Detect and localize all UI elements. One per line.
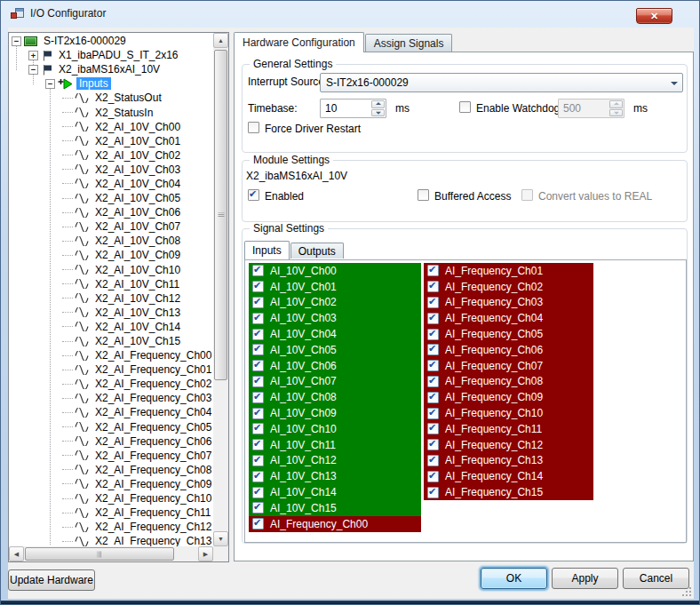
signal-row[interactable]: AI_10V_Ch11 (249, 437, 421, 453)
update-hardware-button[interactable]: Update Hardware (8, 569, 95, 591)
checkbox-checked-icon[interactable] (427, 329, 439, 340)
tree-item[interactable]: X2_AI_10V_Ch02 (9, 148, 213, 163)
checkbox-checked-icon[interactable] (252, 297, 264, 308)
checkbox-checked-icon[interactable] (427, 313, 439, 324)
tree-item[interactable]: X2_AI_10V_Ch13 (9, 306, 213, 320)
checkbox-checked-icon[interactable] (252, 313, 264, 324)
checkbox-checked-icon[interactable] (252, 344, 264, 355)
signal-row[interactable]: AI_10V_Ch14 (249, 484, 421, 500)
close-icon[interactable]: ✕ (636, 8, 672, 24)
signal-row[interactable]: AI_10V_Ch02 (249, 295, 421, 311)
checkbox-checked-icon[interactable] (252, 360, 264, 371)
tree-item[interactable]: X2_StatusIn (9, 105, 213, 119)
enabled-checkbox[interactable] (248, 189, 259, 201)
signal-row[interactable]: AI_10V_Ch04 (249, 326, 421, 342)
scroll-down-icon[interactable]: ▼ (213, 531, 228, 546)
checkbox-checked-icon[interactable] (252, 392, 264, 403)
checkbox-checked-icon[interactable] (252, 281, 264, 292)
tree-item[interactable]: +X1_ibaPADU_S_IT_2x16 (9, 48, 213, 62)
tree-item[interactable]: X2_AI_10V_Ch00 (9, 120, 213, 134)
signal-row[interactable]: AI_10V_Ch09 (249, 405, 421, 421)
checkbox-checked-icon[interactable] (252, 455, 264, 466)
enable-watchdog-checkbox[interactable] (459, 101, 471, 113)
checkbox-checked-icon[interactable] (427, 408, 439, 419)
signal-row[interactable]: AI_10V_Ch05 (249, 342, 421, 358)
tab-outputs[interactable]: Outputs (290, 243, 344, 259)
tree-item[interactable]: X2_AI_10V_Ch11 (9, 277, 213, 291)
tree-item[interactable]: X2_AI_10V_Ch07 (9, 219, 213, 234)
tree-item[interactable]: X2_AI_10V_Ch04 (9, 177, 213, 191)
tree-item[interactable]: −Inputs (9, 76, 213, 91)
tree-item[interactable]: X2_AI_Frequency_Ch11 (9, 505, 213, 520)
signal-row[interactable]: AI_Frequency_Ch03 (424, 295, 593, 311)
tree-vertical-scrollbar[interactable]: ▲ ▼ (213, 33, 228, 546)
interrupt-source-combo[interactable]: S-IT2x16-000029 (320, 73, 683, 92)
tree-item[interactable]: X2_AI_Frequency_Ch06 (9, 434, 213, 449)
tree-item[interactable]: X2_AI_10V_Ch15 (9, 334, 213, 348)
checkbox-checked-icon[interactable] (427, 360, 439, 371)
tree-item[interactable]: −X2_ibaMS16xAI_10V (9, 62, 213, 76)
tree-item[interactable]: X2_AI_10V_Ch09 (9, 248, 213, 262)
signal-row[interactable]: AI_10V_Ch01 (249, 279, 421, 295)
checkbox-checked-icon[interactable] (427, 376, 439, 387)
apply-button[interactable]: Apply (552, 568, 618, 589)
checkbox-checked-icon[interactable] (252, 376, 264, 387)
tree-item[interactable]: X2_AI_Frequency_Ch09 (9, 477, 213, 491)
tree-item[interactable]: X2_AI_10V_Ch12 (9, 291, 213, 306)
signal-row[interactable]: AI_Frequency_Ch14 (424, 468, 593, 484)
tree-item[interactable]: X2_AI_10V_Ch10 (9, 263, 213, 277)
checkbox-checked-icon[interactable] (427, 344, 439, 355)
checkbox-checked-icon[interactable] (252, 265, 264, 276)
tree-horizontal-scrollbar[interactable]: ◀ ▶ (9, 546, 213, 561)
tree-item[interactable]: X2_AI_Frequency_Ch10 (9, 491, 213, 505)
checkbox-checked-icon[interactable] (252, 502, 264, 513)
tree-item[interactable]: X2_AI_Frequency_Ch00 (9, 348, 213, 362)
collapse-minus-icon[interactable]: − (12, 36, 21, 46)
signal-row[interactable]: AI_Frequency_Ch04 (424, 310, 593, 326)
tree-item[interactable]: −S-IT2x16-000029 (9, 34, 213, 48)
checkbox-checked-icon[interactable] (252, 487, 264, 498)
expand-plus-icon[interactable]: + (28, 51, 38, 60)
title-bar[interactable]: I/O Configurator ✕ (2, 1, 698, 27)
signal-row[interactable]: AI_Frequency_Ch05 (424, 326, 593, 342)
vertical-scrollbar-thumb[interactable] (214, 50, 227, 380)
checkbox-checked-icon[interactable] (252, 471, 264, 482)
signal-row[interactable]: AI_Frequency_Ch07 (424, 358, 593, 374)
checkbox-checked-icon[interactable] (252, 329, 264, 340)
resize-grip[interactable] (680, 585, 691, 596)
signal-row[interactable]: AI_10V_Ch13 (249, 468, 421, 484)
checkbox-checked-icon[interactable] (427, 471, 439, 482)
signal-row[interactable]: AI_Frequency_Ch10 (424, 405, 593, 421)
checkbox-checked-icon[interactable] (427, 297, 439, 308)
signal-row[interactable]: AI_Frequency_Ch13 (424, 453, 593, 469)
signal-row[interactable]: AI_Frequency_Ch08 (424, 374, 593, 390)
tree-item[interactable]: X2_AI_Frequency_Ch12 (9, 520, 213, 534)
tree-item[interactable]: X2_AI_10V_Ch06 (9, 205, 213, 219)
tree-item[interactable]: X2_AI_Frequency_Ch03 (9, 391, 213, 405)
tree-item[interactable]: X2_AI_10V_Ch14 (9, 320, 213, 334)
signal-row[interactable]: AI_Frequency_Ch11 (424, 421, 593, 437)
scroll-up-icon[interactable]: ▲ (213, 33, 228, 48)
signal-row[interactable]: AI_Frequency_Ch09 (424, 389, 593, 405)
checkbox-checked-icon[interactable] (427, 265, 439, 276)
signal-row[interactable]: AI_Frequency_Ch01 (424, 263, 593, 279)
signal-row[interactable]: AI_10V_Ch03 (249, 310, 421, 326)
buffered-access-checkbox[interactable] (418, 189, 429, 201)
spin-down-icon[interactable] (371, 109, 385, 117)
scroll-left-icon[interactable]: ◀ (9, 546, 24, 561)
tree-item[interactable]: X2_AI_10V_Ch03 (9, 163, 213, 177)
tree-item[interactable]: X2_AI_Frequency_Ch01 (9, 362, 213, 377)
tree-item[interactable]: X2_AI_Frequency_Ch05 (9, 420, 213, 434)
ok-button[interactable]: OK (481, 568, 547, 589)
tab-hardware-configuration[interactable]: Hardware Configuration (234, 32, 364, 52)
signal-row[interactable]: AI_Frequency_Ch00 (249, 516, 421, 532)
tree-item[interactable]: X2_AI_10V_Ch05 (9, 191, 213, 205)
spin-up-icon[interactable] (371, 100, 385, 108)
force-driver-restart-checkbox[interactable] (248, 122, 259, 133)
checkbox-checked-icon[interactable] (252, 518, 264, 529)
signal-row[interactable]: AI_Frequency_Ch06 (424, 342, 593, 358)
checkbox-checked-icon[interactable] (427, 281, 439, 292)
tree-item[interactable]: X2_AI_Frequency_Ch04 (9, 405, 213, 419)
signal-row[interactable]: AI_Frequency_Ch15 (424, 484, 593, 500)
cancel-button[interactable]: Cancel (623, 568, 689, 589)
